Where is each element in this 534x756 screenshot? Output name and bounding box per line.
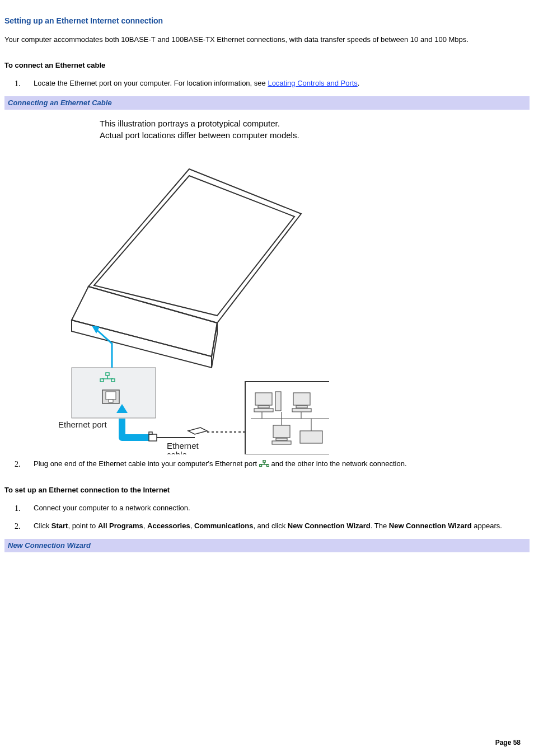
link-locating-controls[interactable]: Locating Controls and Ports — [268, 79, 357, 87]
svg-rect-35 — [266, 464, 269, 467]
label-ethernet-cable-1: Ethernet — [167, 441, 199, 450]
svg-rect-8 — [109, 400, 113, 402]
step-number: 2. — [15, 521, 21, 532]
step-click-start: 2. Click Start, point to All Programs, A… — [11, 521, 530, 531]
step-text: Plug one end of the Ethernet cable into … — [34, 459, 259, 468]
step-plug-cable: 2. Plug one end of the Ethernet cable in… — [11, 459, 530, 469]
connect-cable-steps: 1. Locate the Ethernet port on your comp… — [4, 78, 530, 88]
ethernet-icon — [259, 460, 269, 468]
intro-paragraph: Your computer accommodates both 10BASE-T… — [4, 35, 530, 45]
step-locate-port: 1. Locate the Ethernet port on your comp… — [11, 78, 530, 88]
connect-cable-steps-continued: 2. Plug one end of the Ethernet cable in… — [4, 459, 530, 469]
svg-rect-24 — [272, 441, 291, 444]
svg-rect-31 — [263, 460, 265, 462]
svg-rect-11 — [149, 434, 157, 441]
ethernet-illustration-svg: Ethernet port Ethernet cable — [49, 147, 329, 454]
svg-rect-17 — [254, 408, 273, 412]
svg-rect-23 — [276, 438, 287, 440]
svg-rect-22 — [273, 425, 290, 438]
svg-rect-19 — [293, 393, 310, 405]
page-footer: Page 58 — [495, 738, 521, 748]
section-setup-internet-heading: To set up an Ethernet connection to the … — [4, 485, 530, 495]
step-text: Click Start, point to All Programs, Acce… — [34, 522, 502, 530]
svg-rect-25 — [300, 431, 322, 443]
step-text-post: and the other into the network connectio… — [269, 459, 407, 468]
illustration-caption-2: Actual port locations differ between com… — [100, 129, 530, 141]
label-ethernet-cable-2: cable — [167, 450, 187, 454]
illustration-ethernet: This illustration portrays a prototypica… — [4, 113, 530, 459]
svg-rect-21 — [292, 408, 311, 412]
section-connect-cable-heading: To connect an Ethernet cable — [4, 60, 530, 71]
label-ethernet-port: Ethernet port — [58, 420, 107, 429]
svg-rect-34 — [259, 464, 261, 467]
setup-internet-steps: 1. Connect your computer to a network co… — [4, 503, 530, 531]
step-number: 2. — [15, 459, 21, 470]
step-text: Connect your computer to a network conne… — [34, 504, 190, 512]
step-connect-network: 1. Connect your computer to a network co… — [11, 503, 530, 513]
svg-rect-15 — [255, 393, 272, 405]
illustration-caption-1: This illustration portrays a prototypica… — [100, 118, 530, 129]
step-text-post: . — [358, 79, 360, 87]
step-text: Locate the Ethernet port on your compute… — [34, 79, 268, 87]
band-new-connection-wizard: New Connection Wizard — [4, 539, 530, 552]
svg-rect-16 — [258, 406, 269, 408]
band-connecting-cable: Connecting an Ethernet Cable — [4, 96, 530, 110]
step-number: 1. — [15, 503, 21, 514]
svg-rect-18 — [275, 392, 281, 411]
svg-rect-7 — [106, 392, 116, 400]
step-number: 1. — [15, 78, 21, 90]
svg-rect-20 — [296, 406, 307, 408]
page-title: Setting up an Ethernet Internet connecti… — [4, 16, 530, 27]
